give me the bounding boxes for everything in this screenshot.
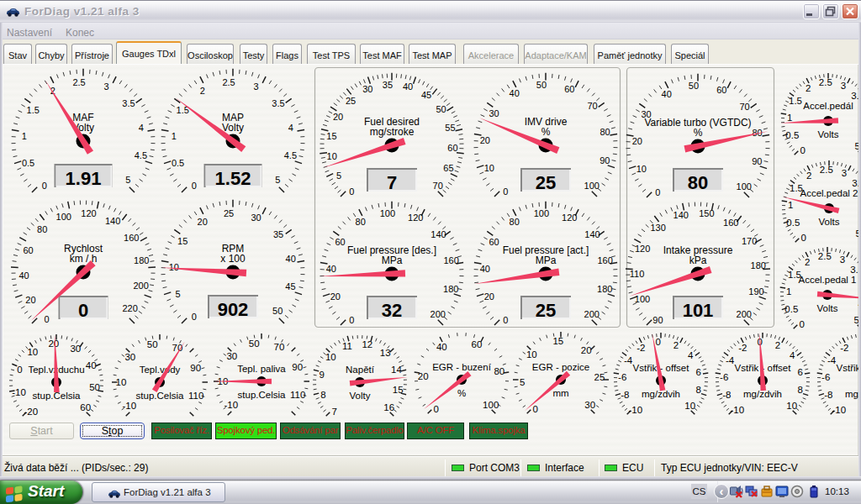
svg-text:80: 80 xyxy=(494,366,504,376)
svg-text:14: 14 xyxy=(391,365,402,375)
svg-text:20: 20 xyxy=(484,291,494,302)
svg-text:3.5: 3.5 xyxy=(122,98,135,108)
svg-text:50: 50 xyxy=(536,80,547,90)
svg-text:101: 101 xyxy=(683,300,714,321)
svg-text:Accel.pedal 2: Accel.pedal 2 xyxy=(800,188,858,198)
svg-text:-10: -10 xyxy=(224,400,238,410)
svg-text:70: 70 xyxy=(587,101,597,111)
svg-text:140: 140 xyxy=(584,229,600,239)
svg-text:16: 16 xyxy=(383,402,394,412)
svg-text:200: 200 xyxy=(430,309,446,319)
svg-text:200: 200 xyxy=(584,309,600,319)
svg-text:30: 30 xyxy=(362,84,372,94)
svg-text:5: 5 xyxy=(336,171,341,181)
svg-text:5: 5 xyxy=(125,175,130,185)
svg-text:50: 50 xyxy=(689,81,699,91)
svg-text:80: 80 xyxy=(688,172,708,193)
svg-text:5: 5 xyxy=(520,377,525,387)
svg-text:160: 160 xyxy=(124,233,139,243)
svg-text:-6: -6 xyxy=(821,372,830,382)
svg-text:Accel.pedál: Accel.pedál xyxy=(803,101,853,111)
svg-text:60: 60 xyxy=(335,237,345,247)
svg-text:50: 50 xyxy=(436,104,446,114)
svg-text:120: 120 xyxy=(562,213,577,223)
svg-text:1.52: 1.52 xyxy=(215,168,251,189)
svg-text:2: 2 xyxy=(673,340,679,350)
svg-text:Volty: Volty xyxy=(222,122,244,134)
svg-text:40: 40 xyxy=(662,89,672,99)
svg-text:25: 25 xyxy=(594,372,605,382)
svg-text:-2: -2 xyxy=(738,343,747,353)
svg-text:stup.Celsia: stup.Celsia xyxy=(238,390,286,400)
svg-text:5: 5 xyxy=(176,289,181,299)
svg-text:110: 110 xyxy=(630,269,645,279)
svg-text:25: 25 xyxy=(346,96,356,106)
svg-text:180: 180 xyxy=(443,284,458,294)
svg-text:4: 4 xyxy=(139,123,144,133)
svg-text:0: 0 xyxy=(503,315,508,325)
svg-text:Volts: Volts xyxy=(819,217,840,227)
svg-text:0: 0 xyxy=(349,315,354,325)
svg-text:120: 120 xyxy=(81,208,96,218)
svg-text:3.5: 3.5 xyxy=(272,98,284,108)
svg-text:0: 0 xyxy=(192,181,197,191)
svg-text:0: 0 xyxy=(78,300,88,321)
svg-text:1.5: 1.5 xyxy=(27,105,40,115)
svg-text:7: 7 xyxy=(387,172,397,193)
svg-text:50: 50 xyxy=(272,306,283,316)
svg-text:4: 4 xyxy=(288,123,293,133)
svg-text:-6: -6 xyxy=(618,372,626,382)
svg-text:35: 35 xyxy=(383,80,393,90)
svg-text:7: 7 xyxy=(332,407,337,417)
svg-text:6: 6 xyxy=(798,367,803,377)
svg-text:0: 0 xyxy=(349,186,354,197)
svg-text:-10: -10 xyxy=(832,405,846,415)
svg-text:MPa: MPa xyxy=(382,255,403,266)
svg-text:2: 2 xyxy=(806,83,811,93)
svg-text:20: 20 xyxy=(330,291,341,302)
svg-text:0: 0 xyxy=(192,312,197,322)
svg-text:20: 20 xyxy=(480,135,490,145)
svg-text:70: 70 xyxy=(433,181,443,191)
svg-text:-4: -4 xyxy=(624,355,633,365)
svg-text:100: 100 xyxy=(380,208,395,218)
svg-text:10: 10 xyxy=(684,401,695,411)
svg-text:-20: -20 xyxy=(24,407,38,417)
svg-text:140: 140 xyxy=(105,216,120,226)
svg-text:-8: -8 xyxy=(621,390,629,400)
svg-text:170: 170 xyxy=(742,236,757,246)
svg-text:1.5: 1.5 xyxy=(789,96,802,106)
svg-text:120: 120 xyxy=(408,213,423,223)
svg-text:-2: -2 xyxy=(637,343,645,353)
svg-text:32: 32 xyxy=(382,300,402,321)
svg-text:11: 11 xyxy=(342,341,352,351)
svg-text:30: 30 xyxy=(70,344,81,354)
svg-text:3: 3 xyxy=(842,168,847,178)
svg-text:80: 80 xyxy=(600,127,610,137)
svg-text:10: 10 xyxy=(637,164,647,174)
svg-text:1: 1 xyxy=(788,200,793,210)
svg-text:1: 1 xyxy=(172,131,177,141)
svg-text:100: 100 xyxy=(584,181,600,191)
svg-text:100: 100 xyxy=(483,400,499,410)
svg-text:-10: -10 xyxy=(628,405,642,415)
svg-text:Tepl.vody: Tepl.vody xyxy=(140,365,181,375)
svg-text:25: 25 xyxy=(536,172,556,193)
svg-text:Napětí: Napětí xyxy=(346,365,375,375)
svg-text:0.5: 0.5 xyxy=(785,130,799,140)
svg-text:-10: -10 xyxy=(730,405,744,415)
svg-text:180: 180 xyxy=(597,284,612,294)
svg-text:25: 25 xyxy=(224,208,234,218)
svg-text:0: 0 xyxy=(42,181,47,191)
svg-text:40: 40 xyxy=(510,88,520,98)
svg-text:160: 160 xyxy=(723,218,738,228)
svg-text:4: 4 xyxy=(790,350,795,360)
svg-text:15: 15 xyxy=(177,236,188,246)
svg-text:65: 65 xyxy=(443,163,453,173)
svg-text:kPa: kPa xyxy=(689,255,707,266)
svg-text:130: 130 xyxy=(650,223,665,233)
svg-text:10: 10 xyxy=(116,377,127,387)
svg-text:5: 5 xyxy=(275,175,280,185)
svg-text:160: 160 xyxy=(597,255,612,265)
svg-text:100: 100 xyxy=(534,208,549,218)
